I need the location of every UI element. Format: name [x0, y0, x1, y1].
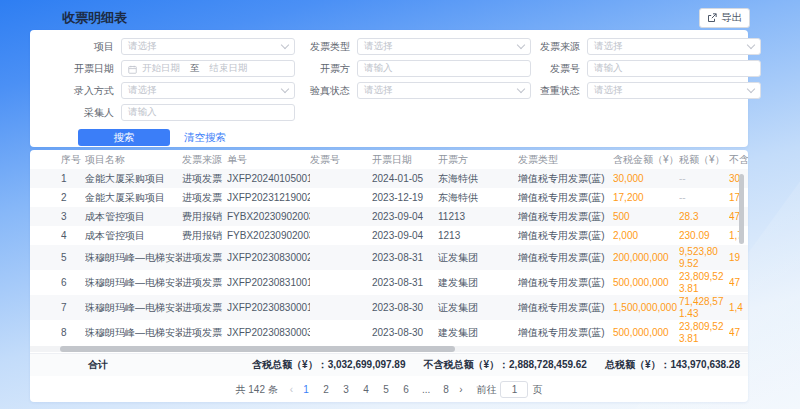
- table-row: 6珠穆朗玛峰—电梯安装进项发票JXFP202308310012023-08-31…: [30, 270, 748, 295]
- table-cell-doc_no: JXFP20230830002: [227, 252, 310, 263]
- pagination: 共 142 条‹123456...8›前往页: [30, 377, 748, 402]
- table-cell-doc_no: JXFP20231219002: [227, 192, 310, 203]
- pagination-total: 共 142 条: [236, 383, 278, 397]
- pagination-page-button[interactable]: 1: [299, 384, 313, 395]
- table-row: 5珠穆朗玛峰—电梯安装进项发票JXFP202308300022023-08-31…: [30, 245, 748, 270]
- search-button[interactable]: 搜索: [78, 129, 170, 146]
- table-cell-source: 费用报销: [182, 210, 227, 224]
- table-cell-net: 1,4: [729, 302, 748, 313]
- table-cell-source: 进项发票: [182, 326, 227, 340]
- filter-select[interactable]: 请选择: [121, 82, 295, 99]
- table-cell-project: 成本管控项目: [85, 229, 182, 243]
- pagination-page-button[interactable]: 5: [379, 384, 393, 395]
- table-cell-issuer: 建发集团: [438, 276, 518, 290]
- column-header: 发票来源: [182, 153, 227, 167]
- filter-select[interactable]: 请选择: [121, 38, 295, 55]
- table-body: 1金能大厦采购项目进项发票JXFP202401050012024-01-05东海…: [30, 169, 748, 345]
- table-cell-tax: --: [679, 192, 729, 204]
- table-cell-project: 金能大厦采购项目: [85, 172, 182, 186]
- table-cell-seq: 6: [61, 277, 85, 288]
- vertical-scrollbar[interactable]: [739, 174, 744, 244]
- table-cell-date: 2023-09-04: [372, 230, 438, 241]
- table-cell-doc_no: JXFP20230831001: [227, 277, 310, 288]
- filter-label: 发票号: [532, 62, 587, 76]
- column-header: 单号: [227, 153, 310, 167]
- filter-field: 发票号请输入: [532, 61, 761, 76]
- filter-daterange[interactable]: 开始日期至结束日期: [121, 60, 295, 77]
- column-header: 开票方: [438, 153, 518, 167]
- filter-label: 查重状态: [532, 84, 587, 98]
- input-placeholder: 请输入: [364, 62, 393, 75]
- table-cell-tax: 71,428,571.43: [679, 296, 729, 319]
- table-cell-project: 珠穆朗玛峰—电梯安装: [85, 276, 182, 290]
- select-placeholder: 请选择: [594, 84, 623, 97]
- daterange-start-placeholder: 开始日期: [142, 62, 180, 75]
- filter-field: 录入方式请选择: [30, 83, 302, 98]
- page-background: 收票明细表 导出 项目请选择发票类型请选择发票来源请选择开票日期开始日期至结束日…: [0, 0, 800, 409]
- filter-input[interactable]: 请输入: [121, 104, 295, 121]
- input-placeholder: 请输入: [594, 62, 623, 75]
- summary-label: 合计: [88, 358, 108, 372]
- table-cell-type: 增值税专用发票(蓝): [518, 251, 613, 265]
- export-button[interactable]: 导出: [699, 8, 750, 28]
- table-cell-date: 2023-08-31: [372, 277, 438, 288]
- total-tax-excl: 不含税总额（¥）：2,888,728,459.62: [424, 358, 587, 372]
- table-cell-type: 增值税专用发票(蓝): [518, 301, 613, 315]
- filter-select[interactable]: 请选择: [357, 82, 531, 99]
- pagination-page-button[interactable]: 8: [439, 384, 453, 395]
- table-cell-source: 费用报销: [182, 229, 227, 243]
- page-title: 收票明细表: [62, 9, 127, 27]
- clear-search-link[interactable]: 清空搜索: [184, 131, 226, 145]
- select-placeholder: 请选择: [364, 40, 393, 53]
- table-cell-doc_no: JXFP20230830003: [227, 327, 310, 338]
- pagination-page-button[interactable]: 4: [359, 384, 373, 395]
- table-cell-source: 进项发票: [182, 301, 227, 315]
- filter-panel: 项目请选择发票类型请选择发票来源请选择开票日期开始日期至结束日期开票方请输入发票…: [30, 30, 748, 147]
- chevron-down-icon: [517, 85, 525, 93]
- table-cell-project: 珠穆朗玛峰—电梯安装: [85, 301, 182, 315]
- table-cell-seq: 3: [61, 211, 85, 222]
- filter-label: 发票来源: [532, 40, 587, 54]
- pagination-goto-input[interactable]: [500, 381, 528, 398]
- filter-select[interactable]: 请选择: [357, 38, 531, 55]
- table-cell-project: 金能大厦采购项目: [85, 191, 182, 205]
- select-placeholder: 请选择: [128, 40, 157, 53]
- pagination-page-button[interactable]: 2: [319, 384, 333, 395]
- table-cell-type: 增值税专用发票(蓝): [518, 229, 613, 243]
- export-icon: [707, 13, 717, 23]
- pagination-next-button[interactable]: ›: [459, 384, 462, 395]
- chevron-down-icon: [281, 41, 289, 49]
- summary-row: 合计 含税总额（¥）：3,032,699,097.89 不含税总额（¥）：2,8…: [30, 353, 748, 376]
- filter-label: 录入方式: [30, 84, 121, 98]
- table-cell-tax: 23,809,523.81: [679, 321, 729, 344]
- filter-select[interactable]: 请选择: [587, 38, 761, 55]
- table-cell-issuer: 1213: [438, 230, 518, 241]
- chevron-down-icon: [747, 41, 755, 49]
- table-cell-seq: 5: [61, 252, 85, 263]
- table-row: 8珠穆朗玛峰—电梯安装进项发票JXFP202308300032023-08-30…: [30, 320, 748, 345]
- table-cell-amount: 500: [613, 211, 679, 222]
- pagination-ellipsis: ...: [419, 384, 433, 395]
- filter-input[interactable]: 请输入: [587, 60, 761, 77]
- total-tax: 总税额（¥）：143,970,638.28: [605, 358, 740, 372]
- table-cell-issuer: 11213: [438, 211, 518, 222]
- calendar-icon: [128, 60, 137, 78]
- table-cell-doc_no: FYBX20230902003: [227, 230, 310, 241]
- filter-input[interactable]: 请输入: [357, 60, 531, 77]
- filter-field: 验真状态请选择: [302, 83, 532, 98]
- table-cell-project: 珠穆朗玛峰—电梯安装: [85, 326, 182, 340]
- table-cell-seq: 8: [61, 327, 85, 338]
- pagination-goto-label: 前往: [476, 383, 496, 397]
- table-row: 2金能大厦采购项目进项发票JXFP202312190022023-12-19东海…: [30, 188, 748, 207]
- filter-select[interactable]: 请选择: [587, 82, 761, 99]
- pagination-page-button[interactable]: 3: [339, 384, 353, 395]
- table-cell-date: 2023-12-19: [372, 192, 438, 203]
- filter-label: 发票类型: [302, 40, 357, 54]
- table-cell-doc_no: JXFP20230830001: [227, 302, 310, 313]
- horizontal-scrollbar[interactable]: [60, 346, 455, 352]
- select-placeholder: 请选择: [594, 40, 623, 53]
- pagination-prev-button[interactable]: ‹: [290, 384, 293, 395]
- pagination-page-button[interactable]: 6: [399, 384, 413, 395]
- table-cell-type: 增值税专用发票(蓝): [518, 210, 613, 224]
- daterange-end-placeholder: 结束日期: [210, 62, 248, 75]
